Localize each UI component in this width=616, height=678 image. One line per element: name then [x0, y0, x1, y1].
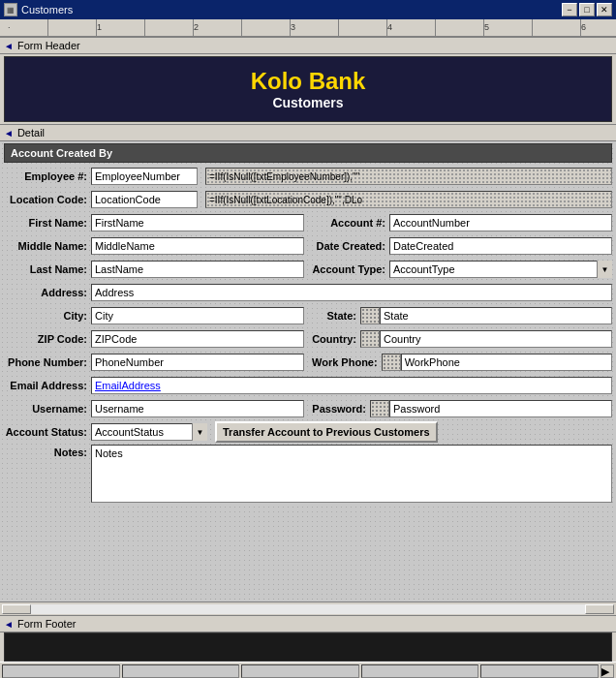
location-label: Location Code: [4, 194, 91, 205]
acctstatus-label: Account Status: [4, 426, 91, 438]
form-footer-icon: ◄ [4, 619, 14, 630]
status-bar: ▶ [0, 662, 616, 678]
workphone-dots [382, 354, 401, 371]
country-group: Country: Country [312, 330, 612, 348]
notes-input[interactable]: Notes [91, 445, 612, 503]
phone-group: Phone Number: PhoneNumber [4, 354, 304, 371]
zip-country-row: ZIP Code: ZIPCode Country: Country [4, 328, 612, 350]
hscroll-left[interactable] [2, 604, 31, 614]
title-bar: ▦ Customers − □ ✕ [0, 0, 616, 19]
workphone-label: Work Phone: [312, 356, 382, 368]
country-input[interactable]: Country [380, 330, 612, 348]
accttype-group: Account Type: AccountType ▼ [312, 261, 612, 278]
lastname-accttype-row: Last Name: LastName Account Type: Accoun… [4, 259, 612, 280]
address-label: Address: [4, 287, 91, 298]
country-label: Country: [312, 333, 360, 345]
middlename-label: Middle Name: [4, 240, 91, 252]
email-row: Email Address: EmailAddress [4, 375, 612, 396]
location-expr: =IIf(IsNull([txtLocationCode]),"",DLo [205, 191, 612, 208]
address-input[interactable]: Address [91, 284, 612, 301]
acct-created-by-header: Account Created By [4, 143, 612, 163]
phone-workphone-row: Phone Number: PhoneNumber Work Phone: Wo… [4, 352, 612, 373]
username-input[interactable]: Username [91, 400, 304, 417]
email-label: Email Address: [4, 380, 91, 391]
acctnum-group: Account #: AccountNumber [312, 214, 612, 231]
employee-expr: =IIf(IsNull([txtEmployeeNumber]),"" [205, 168, 612, 185]
state-input[interactable]: State [380, 307, 612, 324]
hscrollbar[interactable] [0, 601, 616, 615]
employee-group: Employee #: EmployeeNumber =IIf(IsNull([… [4, 168, 612, 185]
form-footer-label: Form Footer [17, 618, 77, 630]
form-footer-content [4, 632, 612, 662]
city-input[interactable]: City [91, 307, 304, 324]
employee-row: Employee #: EmployeeNumber =IIf(IsNull([… [4, 166, 612, 187]
hscroll-track [31, 604, 585, 614]
bank-subtitle: Customers [272, 95, 343, 110]
zip-group: ZIP Code: ZIPCode [4, 330, 304, 348]
hscroll-right[interactable] [585, 604, 614, 614]
status-seg-1 [2, 664, 120, 678]
workphone-input[interactable]: WorkPhone [401, 354, 612, 371]
phone-label: Phone Number: [4, 356, 91, 368]
minimize-button[interactable]: − [562, 3, 577, 16]
state-group: State: State [312, 307, 612, 324]
form-header-bar: ◄ Form Header [0, 37, 616, 54]
username-group: Username: Username [4, 400, 304, 417]
datecreated-group: Date Created: DateCreated [312, 237, 612, 255]
middlename-group: Middle Name: MiddleName [4, 237, 304, 255]
lastname-label: Last Name: [4, 263, 91, 275]
password-input[interactable]: Password [389, 400, 612, 417]
notes-row: Notes: Notes [4, 445, 612, 503]
notes-label: Notes: [4, 445, 91, 503]
datecreated-input[interactable]: DateCreated [389, 237, 612, 255]
status-seg-5 [480, 664, 599, 678]
employee-label: Employee #: [4, 170, 91, 182]
middlename-input[interactable]: MiddleName [91, 237, 304, 255]
location-row: Location Code: LocationCode =IIf(IsNull(… [4, 189, 612, 210]
password-dots [370, 400, 389, 417]
zip-label: ZIP Code: [4, 333, 91, 345]
username-password-row: Username: Username Password: Password [4, 398, 612, 419]
acctnum-input[interactable]: AccountNumber [389, 214, 612, 231]
app-icon: ▦ [4, 3, 17, 16]
address-row: Address: Address [4, 282, 612, 303]
location-group: Location Code: LocationCode =IIf(IsNull(… [4, 191, 612, 208]
status-scroll-right[interactable]: ▶ [601, 664, 614, 678]
status-seg-4 [361, 664, 479, 678]
accttype-label: Account Type: [312, 263, 389, 275]
location-input[interactable]: LocationCode [91, 191, 198, 208]
bank-title: Kolo Bank [251, 68, 366, 95]
form-footer-bar: ◄ Form Footer [0, 615, 616, 632]
ruler: · 1 2 3 4 5 6 [0, 19, 616, 37]
form-header-icon: ◄ [4, 41, 14, 51]
firstname-acctnum-row: First Name: FirstName Account #: Account… [4, 212, 612, 233]
restore-button[interactable]: □ [579, 3, 595, 16]
acctstatus-select[interactable]: AccountStatus [91, 423, 207, 441]
acctnum-label: Account #: [312, 217, 389, 229]
firstname-group: First Name: FirstName [4, 214, 304, 231]
city-label: City: [4, 310, 91, 322]
accttype-select[interactable]: AccountType [389, 261, 612, 278]
workphone-group: Work Phone: WorkPhone [312, 354, 612, 371]
form-header-content: Kolo Bank Customers [4, 56, 612, 122]
acctstatus-transfer-row: Account Status: AccountStatus ▼ Transfer… [4, 421, 612, 443]
city-group: City: City [4, 307, 304, 324]
lastname-input[interactable]: LastName [91, 261, 304, 278]
firstname-label: First Name: [4, 217, 91, 229]
email-input[interactable]: EmailAddress [91, 377, 612, 394]
password-label: Password: [312, 403, 370, 415]
transfer-button[interactable]: Transfer Account to Previous Customers [215, 421, 438, 443]
firstname-input[interactable]: FirstName [91, 214, 304, 231]
window-controls: − □ ✕ [562, 3, 612, 16]
phone-input[interactable]: PhoneNumber [91, 354, 304, 371]
password-group: Password: Password [312, 400, 612, 417]
state-dots [360, 307, 380, 324]
detail-header-bar: ◄ Detail [0, 124, 616, 141]
zip-input[interactable]: ZIPCode [91, 330, 304, 348]
close-button[interactable]: ✕ [597, 3, 612, 16]
datecreated-label: Date Created: [312, 240, 389, 252]
accttype-select-wrapper: AccountType ▼ [389, 261, 612, 278]
employee-input[interactable]: EmployeeNumber [91, 168, 198, 185]
city-state-row: City: City State: State [4, 305, 612, 326]
username-label: Username: [4, 403, 91, 415]
